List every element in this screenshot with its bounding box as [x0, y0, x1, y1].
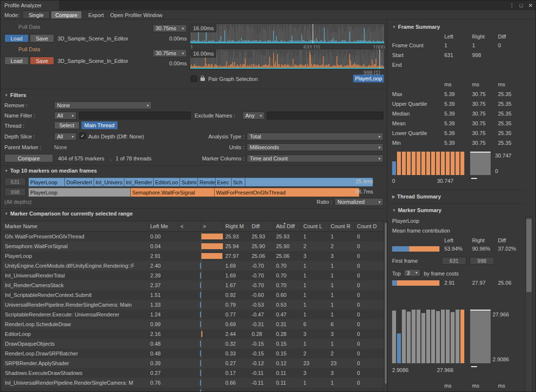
frame-summary-histogram[interactable] — [392, 152, 465, 175]
table-row[interactable] — [3, 388, 384, 392]
window-tab[interactable]: Profile Analyzer — [0, 0, 59, 10]
frame-number-chip[interactable]: 998 — [4, 188, 26, 196]
table-row[interactable]: SRPBRender.ApplyShader0.390.27-0.120.122… — [3, 358, 384, 368]
chevron-down-icon: ▾ — [378, 157, 380, 161]
marker-segment[interactable]: Inl_Render — [124, 177, 154, 187]
summary-value: 1 — [444, 42, 447, 48]
table-cell: 3 — [301, 251, 329, 261]
close-icon[interactable]: ✕ — [526, 0, 535, 10]
table-row[interactable]: RenderLoop.DrawSRPBatcher0.480.33-0.150.… — [3, 349, 384, 358]
thread-select-button[interactable]: Select — [54, 121, 79, 129]
table-row[interactable]: Inl_UniversalRenderPipeline.RenderSingle… — [3, 378, 384, 388]
marker-segment[interactable]: Exec — [216, 177, 232, 187]
summary-value: 30.75 — [472, 101, 486, 107]
auto-depth-checkbox[interactable]: ✓ — [79, 133, 86, 139]
marker-segment[interactable]: Inl_Univers — [94, 177, 124, 187]
table-cell — [274, 388, 301, 392]
analysis-type-dropdown[interactable]: Total▾ — [247, 133, 383, 140]
comparison-section-header[interactable]: ▼Marker Comparison for currently selecte… — [4, 211, 133, 216]
table-row[interactable]: Inl_UniversalRenderTotal2.391.69-0.700.7… — [3, 271, 384, 280]
right-range-dropdown[interactable]: 30.75ms▾ — [153, 49, 187, 57]
col-left-median[interactable]: Left Me — [148, 221, 179, 231]
open-profiler-button[interactable]: Open Profiler Window — [110, 12, 162, 18]
filters-section-header[interactable]: ▼Filters — [4, 92, 26, 98]
first-frame-left-button[interactable]: 631 — [442, 257, 466, 265]
table-cell: 0.15 — [274, 349, 301, 358]
selected-marker-chip[interactable]: PlayerLoop — [353, 75, 384, 82]
col-count-diff[interactable]: Count D — [355, 221, 384, 231]
marker-segment[interactable]: Rende — [198, 177, 216, 187]
name-filter-input[interactable] — [79, 112, 191, 119]
marker-segment[interactable]: EditorLoo — [154, 177, 180, 187]
marker-columns-dropdown[interactable]: Time and Count▾ — [247, 155, 383, 162]
marker-segment[interactable]: DoRenderl — [65, 177, 94, 187]
marker-segment[interactable]: Sch — [232, 177, 245, 187]
collapse-triangle-icon: ▼ — [4, 93, 8, 98]
auto-depth-label: Auto Depth (Diff: None) — [88, 134, 144, 139]
marker-summary-header[interactable]: ▼Marker Summary — [392, 207, 441, 213]
marker-segment[interactable]: PlayerLoop — [28, 188, 131, 197]
frame-number-chip[interactable]: 631 — [4, 177, 26, 186]
col-bar-right[interactable]: > — [201, 221, 223, 231]
remove-dropdown[interactable]: None▾ — [54, 101, 152, 109]
marker-segment[interactable]: PlayerLoop — [28, 177, 65, 187]
maximize-icon[interactable]: □ — [517, 0, 525, 10]
pull-data-left-button[interactable]: Pull Data — [4, 24, 54, 30]
first-frame-right-button[interactable]: 998 — [470, 257, 494, 265]
units-dropdown[interactable]: Milliseconds▾ — [247, 143, 383, 151]
pull-data-right-button[interactable]: Pull Data — [4, 46, 54, 52]
save-right-button[interactable]: Save — [30, 57, 54, 65]
table-row[interactable]: Semaphore.WaitForSignal0.0425.9425.9025.… — [3, 241, 384, 251]
col-count-right[interactable]: Count R — [329, 221, 355, 231]
col-right-median[interactable]: Right M — [223, 221, 250, 231]
ratio-dropdown[interactable]: Normalized▾ — [335, 198, 383, 206]
table-cell: UnityEngine.CoreModule.dll!UnityEngine.R… — [3, 261, 148, 271]
thread-value-chip[interactable]: Main Thread — [81, 121, 118, 129]
table-row[interactable]: DrawOpaqueObjects0.480.32-0.150.15110 — [3, 339, 384, 349]
pair-graph-checkbox[interactable] — [191, 76, 197, 82]
table-row[interactable]: Inl_ScriptableRenderContext.Submit1.510.… — [3, 290, 384, 300]
table-row[interactable]: PlayerLoop2.9127.9725.0625.06330 — [3, 251, 384, 261]
depth-mode-dropdown[interactable]: All▾ — [54, 133, 77, 140]
marker-segment[interactable] — [245, 177, 373, 187]
table-cell: 1 — [329, 280, 355, 290]
threads-count: 1 of 78 threads — [116, 156, 151, 161]
marker-summary-histogram[interactable] — [392, 310, 465, 363]
marker-segment[interactable]: Semaphore.WaitForSignal — [131, 188, 215, 197]
table-row[interactable]: RenderLoop.ScheduleDraw0.990.69-0.310.31… — [3, 319, 384, 329]
export-button[interactable]: Export — [88, 12, 104, 18]
name-filter-mode-dropdown[interactable]: All▾ — [54, 112, 77, 119]
left-frame-graph[interactable]: 16.00ms — [190, 23, 385, 44]
frame-summary-header[interactable]: ▼Frame Summary — [392, 24, 440, 30]
save-left-button[interactable]: Save — [30, 34, 54, 42]
table-row[interactable]: ScriptableRenderer.Execute: UniversalRen… — [3, 310, 384, 319]
load-right-button[interactable]: Load — [4, 57, 29, 65]
table-row[interactable]: UniversalRenderPipeline.RenderSingleCame… — [3, 300, 384, 310]
col-count-left[interactable]: Count L — [301, 221, 329, 231]
table-row[interactable]: EditorLoop2.162.440.280.28330 — [3, 329, 384, 339]
exclude-names-input[interactable] — [267, 112, 383, 119]
table-row[interactable]: UnityEngine.CoreModule.dll!UnityEngine.R… — [3, 261, 384, 271]
table-row[interactable]: Gfx.WaitForPresentOnGfxThread0.0025.9325… — [3, 232, 384, 241]
top-cost-right: 27.97 — [472, 280, 486, 286]
compare-button[interactable]: Compare — [4, 154, 53, 162]
table-row[interactable]: Inl_RenderCameraStack2.371.67-0.700.7011… — [3, 280, 384, 290]
thread-summary-header[interactable]: ▶Thread Summary — [392, 194, 441, 199]
col-bar-left[interactable]: < — [179, 221, 201, 231]
table-row[interactable]: Shadows.ExecuteDrawShadows0.270.17-0.110… — [3, 368, 384, 378]
top-n-dropdown[interactable]: 3▾ — [404, 269, 420, 276]
right-frame-graph[interactable]: 16.00ms — [190, 49, 385, 69]
exclude-mode-dropdown[interactable]: Any▾ — [242, 112, 265, 119]
mode-single-button[interactable]: Single — [22, 11, 50, 19]
top10-section-header[interactable]: ▼Top 10 markers on median frames — [4, 168, 97, 174]
summary-scrollbar[interactable] — [525, 216, 533, 392]
col-marker-name[interactable]: Marker Name — [3, 221, 148, 231]
marker-segment[interactable]: WaitForPresentOnGfxThread — [215, 188, 359, 197]
col-diff[interactable]: Diff — [250, 221, 274, 231]
mode-compare-button[interactable]: Compare — [51, 11, 82, 19]
left-range-dropdown[interactable]: 30.75ms▾ — [153, 24, 187, 32]
marker-segment[interactable]: Submi — [180, 177, 198, 187]
kebab-menu-icon[interactable]: ⋮ — [508, 0, 516, 10]
load-left-button[interactable]: Load — [4, 34, 29, 42]
col-abs-diff[interactable]: ▲Abs Diff — [274, 221, 301, 231]
